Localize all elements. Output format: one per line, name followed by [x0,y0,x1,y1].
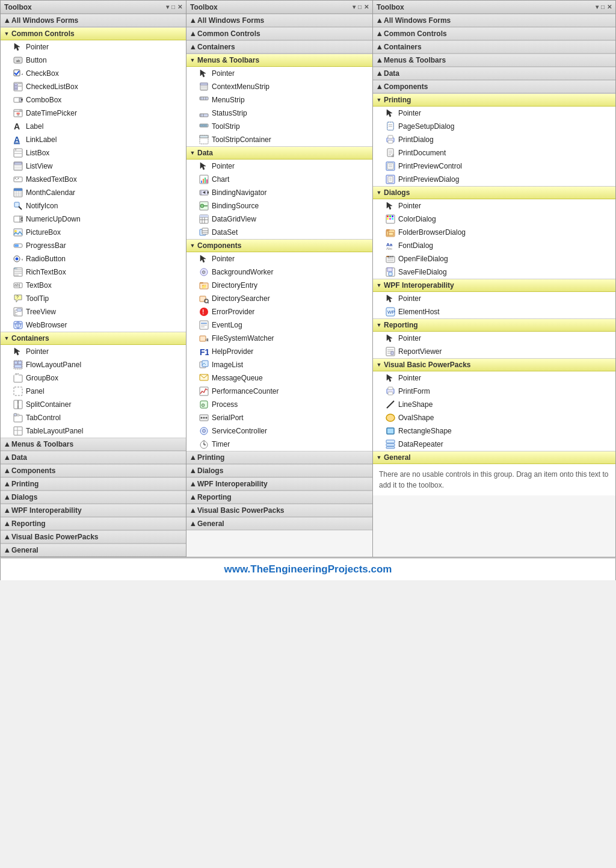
item-row-vbpp-3-0[interactable]: Pointer [373,371,615,385]
item-row-wpf-3-1[interactable]: WPFElementHost [373,305,615,318]
section-header-reporting-3[interactable]: ▼Reporting [373,318,615,332]
item-row-data-2-0[interactable]: Pointer [186,160,372,173]
item-row-dialogs-3-0[interactable]: Pointer [373,199,615,212]
section-header-general-1[interactable]: ▶General [1,544,186,557]
section-header-dialogs-3[interactable]: ▼Dialogs [373,186,615,199]
item-row-wpf-3-0[interactable]: Pointer [373,292,615,305]
item-row-common-controls-1-14[interactable]: PictureBox [1,226,186,239]
section-header-data-1[interactable]: ▶Data [1,451,186,464]
section-header-wpf-1[interactable]: ▶WPF Interoperability [1,504,186,517]
section-header-components-2[interactable]: ▼Components [186,239,372,252]
item-row-components-2-2[interactable]: 📁DirectoryEntry [186,279,372,292]
item-row-common-controls-1-1[interactable]: abButton [1,54,186,67]
item-row-components-2-5[interactable]: EventLog [186,318,372,332]
float-icon-3[interactable]: □ [601,4,605,10]
item-row-components-2-6[interactable]: 👁FileSystemWatcher [186,332,372,345]
item-row-containers-1-4[interactable]: SplitContainer [1,398,186,411]
item-row-common-controls-1-17[interactable]: ab|RichTextBox [1,265,186,279]
item-row-vbpp-3-3[interactable]: OvalShape [373,411,615,424]
item-row-printing-3-4[interactable]: PrintPreviewControl [373,160,615,173]
item-row-common-controls-1-6[interactable]: ALabel [1,120,186,133]
item-row-data-2-1[interactable]: Chart [186,173,372,186]
item-row-common-controls-1-8[interactable]: ≡ListBox [1,146,186,160]
section-header-containers-3[interactable]: ▶Containers [373,40,615,54]
item-row-common-controls-1-11[interactable]: MonthCalendar [1,186,186,199]
section-header-general-2[interactable]: ▶General [186,517,372,530]
item-row-common-controls-1-12[interactable]: NotifyIcon [1,199,186,212]
item-row-common-controls-1-16[interactable]: ●RadioButton [1,252,186,265]
item-row-containers-1-0[interactable]: Pointer [1,345,186,358]
section-header-menus-toolbars-2[interactable]: ▼Menus & Toolbars [186,54,372,67]
pin-icon-1[interactable]: ▾ [166,4,169,10]
item-row-reporting-3-1[interactable]: ReportViewer [373,345,615,358]
item-row-menus-toolbars-2-5[interactable]: ToolStripContainer [186,133,372,146]
item-row-containers-1-3[interactable]: Panel [1,385,186,398]
section-header-containers-2[interactable]: ▶Containers [186,40,372,54]
item-row-components-2-7[interactable]: F1HelpProvider [186,345,372,358]
item-row-printing-3-5[interactable]: PrintPreviewDialog [373,173,615,186]
section-header-menus-toolbars-1[interactable]: ▶Menus & Toolbars [1,438,186,451]
item-row-common-controls-1-19[interactable]: ?ToolTip [1,292,186,305]
section-header-printing-2[interactable]: ▶Printing [186,451,372,464]
item-row-components-2-3[interactable]: DirectorySearcher [186,292,372,305]
item-row-dialogs-3-2[interactable]: FolderBrowserDialog [373,226,615,239]
section-header-containers-1[interactable]: ▼Containers [1,332,186,345]
item-row-common-controls-1-21[interactable]: WebBrowser [1,318,186,332]
section-header-general-3[interactable]: ▼General [373,451,615,464]
section-header-components-1[interactable]: ▶Components [1,464,186,477]
item-row-data-2-2[interactable]: |◄►|BindingNavigator [186,186,372,199]
section-header-reporting-1[interactable]: ▶Reporting [1,517,186,530]
item-row-common-controls-1-5[interactable]: 📅DateTimePicker [1,107,186,120]
item-row-dialogs-3-3[interactable]: AaAbcFontDialog [373,239,615,252]
section-header-all-windows-forms-1[interactable]: ▶All Windows Forms [1,14,186,27]
section-header-vbpp-3[interactable]: ▼Visual Basic PowerPacks [373,358,615,371]
pin-icon-2[interactable]: ▾ [353,4,356,10]
section-header-reporting-2[interactable]: ▶Reporting [186,491,372,504]
item-row-common-controls-1-0[interactable]: Pointer [1,40,186,54]
section-header-vbpp-1[interactable]: ▶Visual Basic PowerPacks [1,530,186,544]
item-row-components-2-12[interactable]: SerialPort [186,411,372,424]
item-row-data-2-4[interactable]: DataGridView [186,212,372,226]
item-row-vbpp-3-5[interactable]: DataRepeater [373,438,615,451]
item-row-containers-1-6[interactable]: TableLayoutPanel [1,424,186,438]
item-row-menus-toolbars-2-4[interactable]: ToolStrip [186,120,372,133]
item-row-common-controls-1-7[interactable]: ALinkLabel [1,133,186,146]
section-header-data-2[interactable]: ▼Data [186,146,372,160]
item-row-printing-3-2[interactable]: PrintDialog [373,133,615,146]
item-row-printing-3-0[interactable]: Pointer [373,107,615,120]
item-row-common-controls-1-2[interactable]: ✓CheckBox [1,67,186,80]
item-row-common-controls-1-15[interactable]: ProgressBar [1,239,186,252]
item-row-common-controls-1-18[interactable]: ab|TextBox [1,279,186,292]
section-header-vbpp-2[interactable]: ▶Visual Basic PowerPacks [186,504,372,517]
section-header-wpf-2[interactable]: ▶WPF Interoperability [186,477,372,491]
pin-icon-3[interactable]: ▾ [596,4,599,10]
section-header-common-controls-1[interactable]: ▼Common Controls [1,27,186,40]
item-row-common-controls-1-10[interactable]: *-*MaskedTextBox [1,173,186,186]
section-header-all-windows-forms-3[interactable]: ▶All Windows Forms [373,14,615,27]
item-row-menus-toolbars-2-1[interactable]: ContextMenuStrip [186,80,372,93]
item-row-menus-toolbars-2-3[interactable]: StatusStrip [186,107,372,120]
item-row-menus-toolbars-2-0[interactable]: Pointer [186,67,372,80]
item-row-components-2-0[interactable]: Pointer [186,252,372,265]
section-header-printing-3[interactable]: ▼Printing [373,93,615,107]
section-header-data-3[interactable]: ▶Data [373,67,615,80]
float-icon-1[interactable]: □ [171,4,175,10]
close-icon-3[interactable]: ✕ [607,4,612,10]
item-row-dialogs-3-5[interactable]: SaveFileDialog [373,265,615,279]
section-header-wpf-3[interactable]: ▼WPF Interoperability [373,279,615,292]
item-row-reporting-3-0[interactable]: Pointer [373,332,615,345]
close-icon-1[interactable]: ✕ [177,4,182,10]
item-row-components-2-10[interactable]: PerformanceCounter [186,385,372,398]
item-row-components-2-13[interactable]: ⚙ServiceController [186,424,372,438]
section-header-dialogs-1[interactable]: ▶Dialogs [1,491,186,504]
item-row-vbpp-3-2[interactable]: LineShape [373,398,615,411]
section-header-components-3[interactable]: ▶Components [373,80,615,93]
item-row-data-2-3[interactable]: BindingSource [186,199,372,212]
item-row-common-controls-1-4[interactable]: ▼ComboBox [1,93,186,107]
item-row-common-controls-1-3[interactable]: CheckedListBox [1,80,186,93]
item-row-components-2-4[interactable]: !ErrorProvider [186,305,372,318]
item-row-components-2-8[interactable]: ImageList [186,358,372,371]
item-row-containers-1-2[interactable]: XYXYGroupBox [1,371,186,385]
item-row-vbpp-3-1[interactable]: PrintForm [373,385,615,398]
item-row-printing-3-1[interactable]: PageSetupDialog [373,120,615,133]
